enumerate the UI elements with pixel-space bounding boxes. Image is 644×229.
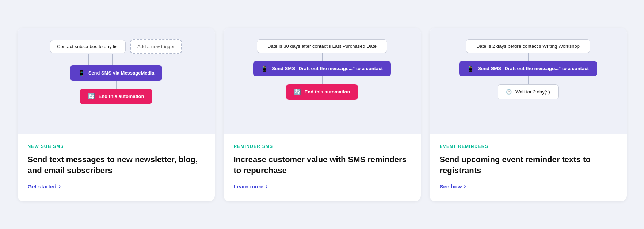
card-content-1: NEW SUB SMS Send text messages to new ne… xyxy=(18,134,215,201)
trigger-row: Contact subscribes to any list Add a new… xyxy=(50,39,182,54)
sms-icon: 📱 xyxy=(78,70,85,76)
sms-label-3: Send SMS "Draft out the message..." to a… xyxy=(478,66,588,71)
card-diagram-2: Date is 30 days after contact's Last Pur… xyxy=(224,28,421,134)
card-title-1: Send text messages to new newsletter, bl… xyxy=(28,154,205,176)
wait-label-3: Wait for 2 day(s) xyxy=(515,89,550,95)
clock-icon-3: 🕐 xyxy=(506,89,512,95)
sms-icon-2: 📱 xyxy=(261,65,268,72)
sms-icon-3: 📱 xyxy=(467,65,474,72)
sms-step-2: 📱 Send SMS "Draft out the message..." to… xyxy=(253,61,390,76)
card-diagram-1: Contact subscribes to any list Add a new… xyxy=(18,28,215,134)
chevron-icon-1: › xyxy=(59,183,61,190)
chevron-icon-3: › xyxy=(464,183,466,190)
connector-2a xyxy=(322,53,323,61)
connector-3b xyxy=(528,76,529,84)
card-link-2[interactable]: Learn more › xyxy=(234,183,411,190)
sms-step-1: 📱 Send SMS via MessageMedia xyxy=(70,65,163,81)
sms-label-2: Send SMS "Draft out the message..." to a… xyxy=(272,66,382,71)
card-content-3: EVENT REMINDERS Send upcoming event remi… xyxy=(430,134,627,201)
end-icon-1: 🔄 xyxy=(88,93,95,100)
card-title-3: Send upcoming event reminder texts to re… xyxy=(440,154,617,176)
trigger-single-2: Date is 30 days after contact's Last Pur… xyxy=(257,39,387,53)
card-new-sub-sms: Contact subscribes to any list Add a new… xyxy=(18,28,215,201)
card-category-1: NEW SUB SMS xyxy=(28,144,205,149)
trigger-box-1: Contact subscribes to any list xyxy=(50,40,126,53)
wait-step-3: 🕐 Wait for 2 day(s) xyxy=(498,84,559,99)
cards-container: Contact subscribes to any list Add a new… xyxy=(12,28,633,201)
connector-3a xyxy=(528,53,529,61)
card-link-3[interactable]: See how › xyxy=(440,183,617,190)
trigger-box-dashed[interactable]: Add a new trigger xyxy=(130,39,182,54)
trigger-single-3: Date is 2 days before contact's Writing … xyxy=(466,39,590,53)
card-reminder-sms: Date is 30 days after contact's Last Pur… xyxy=(224,28,421,201)
card-category-3: EVENT REMINDERS xyxy=(440,144,617,149)
card-link-text-3: See how xyxy=(440,183,462,190)
card-category-2: REMINDER SMS xyxy=(234,144,411,149)
end-automation-2: 🔄 End this automation xyxy=(286,84,358,100)
card-content-2: REMINDER SMS Increase customer value wit… xyxy=(224,134,421,201)
end-label-1: End this automation xyxy=(99,93,144,99)
card-event-reminders: Date is 2 days before contact's Writing … xyxy=(430,28,627,201)
card-title-2: Increase customer value with SMS reminde… xyxy=(234,154,411,176)
connector-2b xyxy=(322,76,323,84)
connector-1 xyxy=(116,81,117,89)
sms-label-1: Send SMS via MessageMedia xyxy=(88,70,155,76)
card-link-text-2: Learn more xyxy=(234,183,264,190)
card-link-1[interactable]: Get started › xyxy=(28,183,205,190)
card-diagram-3: Date is 2 days before contact's Writing … xyxy=(430,28,627,134)
end-label-2: End this automation xyxy=(305,89,350,95)
fork-connector xyxy=(26,54,206,65)
chevron-icon-2: › xyxy=(266,183,267,190)
end-icon-2: 🔄 xyxy=(294,89,301,95)
card-link-text-1: Get started xyxy=(28,183,57,190)
end-automation-1: 🔄 End this automation xyxy=(80,89,152,104)
sms-step-3: 📱 Send SMS "Draft out the message..." to… xyxy=(459,61,597,76)
